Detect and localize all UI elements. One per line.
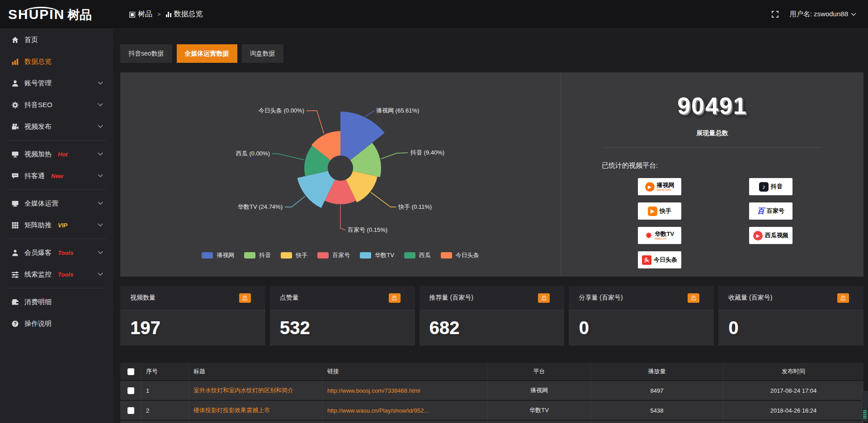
sidebar-item-label: 线索监控 [24,270,52,279]
top-bar: SHUPIN 树品 树品 > 数据总览 用户名: zswodun88 [0,0,868,29]
total-badge[interactable]: 总 [239,293,251,303]
total-badge[interactable]: 总 [389,293,401,303]
sidebar-divider [7,189,106,190]
sidebar-divider [7,239,106,239]
stat-card-value: 0 [718,310,863,338]
table-row: 1室外水纹灯和室内水纹灯的区别和简介http://www.boosj.com/7… [120,380,863,400]
sidebar-item-account[interactable]: 账号管理 [0,72,113,94]
total-badge[interactable]: 总 [688,293,699,303]
breadcrumb-current[interactable]: 数据总览 [166,9,203,19]
sidebar-item-member-burst[interactable]: 会员爆客Tools [0,242,113,263]
tab-media-ops-data[interactable]: 全媒体运营数据 [177,44,237,63]
legend-item-华数TV[interactable]: 华数TV [360,251,394,259]
tab-douyin-seo-data[interactable]: 抖音seo数据 [120,44,172,63]
app-logo[interactable]: SHUPIN 树品 [0,8,113,21]
pie-label-line-快手 [371,193,396,207]
sidebar-item-matrix-boost[interactable]: 矩阵助推VIP [0,214,113,236]
sidebar-item-data-overview[interactable]: 数据总览 [0,51,113,72]
select-all-checkbox[interactable] [127,368,134,375]
header-link: 链接 [323,363,488,380]
side-scroll-widget[interactable] [861,391,868,421]
camera-icon [11,123,19,131]
total-badge[interactable]: 总 [837,293,849,303]
user-icon [11,80,19,87]
stat-card-title: 推荐量 (百家号) [429,294,473,302]
sidebar-item-home[interactable]: 首页 [0,29,113,51]
table-row-partial [120,420,863,423]
header-platform: 平台 [488,363,591,380]
platform-name: 抖音 [771,183,783,190]
platform-badge-toutiao[interactable]: 头今日头条 [638,251,681,268]
sidebar-item-douyin-seo[interactable]: 抖音SEO [0,94,113,116]
header-plays: 播放量 [591,363,723,380]
legend-swatch [441,252,452,258]
platform-subtext: boosj.com [657,188,675,191]
total-badge[interactable]: 总 [538,293,550,303]
sidebar-item-video-heat[interactable]: 视频加热Hot [0,143,113,165]
breadcrumb-current-label: 数据总览 [174,9,203,19]
stat-card-2: 推荐量 (百家号)总682 [420,286,565,346]
shupin-icon [129,11,135,17]
header-checkbox-cell [120,363,142,380]
chevron-down-icon [98,125,103,128]
row-checkbox[interactable] [127,407,134,414]
stat-card-header: 推荐量 (百家号)总 [420,286,565,310]
platform-badge-kuaishou[interactable]: ▶快手 [638,202,681,220]
row-checkbox[interactable] [127,387,134,394]
sidebar-item-media-ops[interactable]: 全媒体运营 [0,193,113,214]
header-time: 发布时间 [723,363,863,380]
legend-item-抖音[interactable]: 抖音 [244,251,271,259]
video-title-link[interactable]: 室外水纹灯和室内水纹灯的区别和简介 [193,386,293,395]
fullscreen-icon[interactable] [771,10,779,18]
platform-name: 华数TV [655,231,675,237]
legend-item-百家号[interactable]: 百家号 [317,251,350,259]
chevron-down-icon [98,103,103,107]
platform-badge-boosj[interactable]: ▶播视网boosj.com [638,178,681,195]
platform-badge-xigua[interactable]: ▶西瓜视频 [749,227,793,244]
total-impressions-label: 展现量总数 [561,129,863,137]
sidebar-item-clue-monitor[interactable]: 线索监控Tools [0,263,113,285]
user-menu[interactable]: 用户名: zswodun88 [790,10,856,19]
legend-item-今日头条[interactable]: 今日头条 [441,251,479,259]
pie-label-line-播视网 [365,111,374,117]
pie-label-line-抖音 [381,153,408,159]
legend-item-西瓜[interactable]: 西瓜 [404,251,431,259]
stat-card-value: 197 [120,310,265,338]
legend-item-播视网[interactable]: 播视网 [202,251,234,259]
breadcrumb-root[interactable]: 树品 [129,9,152,19]
video-title-link[interactable]: 楼体投影灯投影效果震撼上市 [193,406,270,414]
person-icon [11,249,19,257]
sidebar-item-consume[interactable]: 消费明细 [0,291,113,313]
legend-item-快手[interactable]: 快手 [281,251,307,259]
chevron-down-icon [98,202,103,205]
legend-label: 西瓜 [419,251,431,259]
chevron-down-icon [98,251,103,254]
sidebar-item-badge: Tools [58,271,73,278]
breadcrumb-separator: > [157,11,161,18]
chevron-down-icon [98,223,103,227]
pie-label-今日头条: 今日头条 (0.00%) [259,107,304,114]
stat-card-title: 视频数量 [130,294,156,302]
sidebar-item-help[interactable]: ?操作说明 [0,313,113,334]
cell-seq: 1 [142,381,189,400]
sidebar-item-douketong[interactable]: 抖客通New [0,165,113,187]
table-header-row: 序号标题链接平台播放量发布时间 [120,363,863,380]
cell-time: 2018-04-26 16:24 [723,401,863,420]
sidebar-item-video-publish[interactable]: 视频发布 [0,116,113,137]
chevron-down-icon [98,174,103,178]
platform-name: 今日头条 [654,257,677,263]
svg-text:?: ? [14,321,16,326]
legend-label: 今日头条 [456,251,479,259]
pie-label-华数TV: 华数TV (24.74%) [238,203,283,210]
video-url-link[interactable]: http://www.boosj.com/7338468.html [327,387,420,394]
platform-badge-wasu[interactable]: ✸华数TVwasu.cn [638,227,681,244]
tab-inquiry-data[interactable]: 询盘数据 [242,44,283,63]
video-url-link[interactable]: http://www.wasu.cn/Play/show/id/952... [327,407,429,414]
platform-badge-baijiahao[interactable]: 百百家号 [749,202,793,220]
cell-platform: 华数TV [488,401,591,420]
videos-table: 序号标题链接平台播放量发布时间1室外水纹灯和室内水纹灯的区别和简介http://… [120,363,863,423]
douyin-logo: ♪ [759,182,769,192]
platform-badge-douyin[interactable]: ♪抖音 [749,178,793,195]
chevron-down-icon [98,152,103,156]
rose-pie-chart[interactable]: 播视网 (65.61%)抖音 (9.40%)快手 (0.11%)百家号 (0.1… [120,72,561,277]
